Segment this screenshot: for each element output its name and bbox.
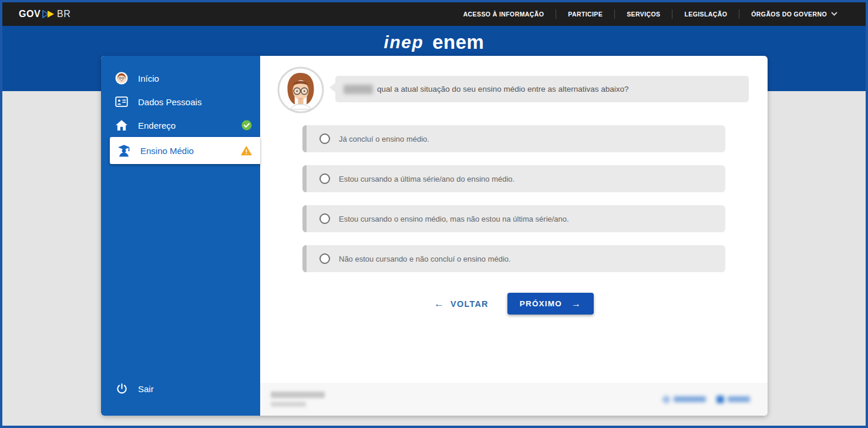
sidebar: Início Dados Pessoais (101, 56, 260, 416)
browser-viewport: GOV BR ACESSO À INFORMAÇÃO PARTICIPE SER… (0, 0, 868, 428)
sidebar-item-inicio[interactable]: Início (101, 66, 260, 90)
nav-servicos[interactable]: SERVIÇOS (615, 11, 672, 18)
option-left-strip (302, 245, 307, 272)
redacted-link-icon (662, 396, 670, 403)
home-icon (114, 119, 129, 131)
sidebar-item-ensino-medio[interactable]: Ensino Médio (110, 137, 260, 164)
redacted-link-text (674, 396, 706, 402)
nav-orgaos-governo[interactable]: ÓRGÃOS DO GOVERNO (739, 11, 849, 18)
inep-enem-logo: inep enem (384, 31, 485, 54)
nav-participe[interactable]: PARTICIPE (556, 11, 614, 18)
option-left-strip (302, 125, 307, 152)
option-cursando-nao-ultima[interactable]: Estou cursando o ensino médio, mas não e… (302, 205, 725, 232)
sidebar-item-endereco[interactable]: Endereço (101, 113, 260, 137)
card-footer (260, 383, 768, 416)
option-label: Não estou cursando e não concluí o ensin… (339, 255, 511, 263)
warning-triangle-icon (241, 146, 252, 156)
nav-orgaos-governo-label: ÓRGÃOS DO GOVERNO (751, 11, 827, 18)
nav-acesso-informacao[interactable]: ACESSO À INFORMAÇÃO (452, 11, 556, 18)
chevron-down-icon (831, 11, 837, 18)
option-label: Estou cursando o ensino médio, mas não e… (339, 215, 569, 223)
enrollment-card: Início Dados Pessoais (101, 56, 768, 416)
redacted-footer-info (271, 392, 325, 407)
question-text: qual a atual situação do seu ensino médi… (377, 85, 629, 93)
sidebar-item-label: Ensino Médio (140, 146, 194, 156)
radio-button[interactable] (319, 133, 330, 144)
voltar-label: VOLTAR (450, 299, 489, 309)
sidebar-item-label: Início (138, 73, 159, 83)
option-label: Estou cursando a última série/ano do ens… (339, 175, 514, 183)
sidebar-item-dados-pessoais[interactable]: Dados Pessoais (101, 90, 260, 113)
radio-button[interactable] (319, 173, 330, 184)
gov-topbar: GOV BR ACESSO À INFORMAÇÃO PARTICIPE SER… (2, 2, 866, 26)
sidebar-item-label: Endereço (138, 121, 176, 131)
question-bubble: qual a atual situação do seu ensino médi… (335, 76, 749, 102)
sidebar-logout-label: Sair (138, 384, 154, 394)
redacted-text-line (271, 402, 306, 407)
inep-logo-text: inep (384, 32, 424, 52)
redacted-text-line (271, 392, 325, 398)
redacted-link-icon (716, 396, 724, 403)
option-left-strip (302, 205, 307, 232)
enem-logo-text: enem (432, 31, 484, 54)
option-ultima-serie[interactable]: Estou cursando a última série/ano do ens… (302, 165, 725, 192)
govbr-arrow-icon (42, 10, 55, 18)
question-row: qual a atual situação do seu ensino médi… (260, 56, 768, 113)
redacted-footer-link-2[interactable] (716, 396, 750, 403)
id-card-icon (114, 96, 129, 107)
radio-button[interactable] (319, 253, 330, 264)
main-panel: qual a atual situação do seu ensino médi… (260, 56, 768, 416)
govbr-logo-br: BR (57, 9, 70, 19)
redacted-footer-link-1[interactable] (662, 396, 706, 403)
option-nao-cursando[interactable]: Não estou cursando e não concluí o ensin… (302, 245, 725, 272)
sidebar-item-sair[interactable]: Sair (101, 377, 260, 400)
nav-legislacao[interactable]: LEGISLAÇÃO (672, 11, 739, 18)
assistant-avatar (277, 66, 324, 113)
proximo-button[interactable]: PRÓXIMO → (507, 293, 594, 315)
option-label: Já concluí o ensino médio. (339, 135, 429, 143)
arrow-left-icon: ← (434, 298, 445, 310)
footer-links (662, 396, 750, 403)
proximo-label: PRÓXIMO (520, 299, 562, 308)
option-left-strip (302, 165, 307, 192)
sidebar-item-label: Dados Pessoais (138, 97, 201, 107)
arrow-right-icon: → (571, 299, 581, 309)
redacted-link-text (728, 396, 750, 402)
gov-topnav: ACESSO À INFORMAÇÃO PARTICIPE SERVIÇOS L… (452, 9, 849, 19)
govbr-logo[interactable]: GOV BR (19, 9, 70, 19)
power-icon (114, 383, 129, 395)
option-concluido[interactable]: Já concluí o ensino médio. (302, 125, 725, 152)
voltar-button[interactable]: ← VOLTAR (434, 298, 489, 310)
graduation-icon (116, 143, 132, 158)
options-list: Já concluí o ensino médio. Estou cursand… (302, 125, 725, 285)
user-avatar-icon (114, 72, 129, 85)
form-actions: ← VOLTAR PRÓXIMO → (260, 293, 768, 315)
redacted-student-name (344, 85, 373, 94)
govbr-logo-gov: GOV (19, 9, 41, 19)
radio-button[interactable] (319, 213, 330, 224)
check-circle-icon (241, 120, 252, 131)
